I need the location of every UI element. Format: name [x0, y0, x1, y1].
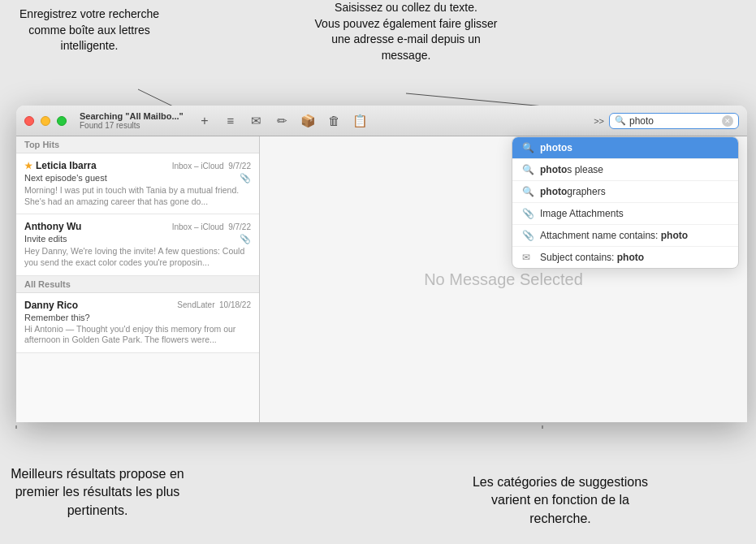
message-list: Top Hits ★ Leticia Ibarra Inbox – iCloud…	[16, 136, 260, 422]
compose-edit-button[interactable]: ✏	[274, 113, 291, 129]
subject-label: Next episode's guest	[24, 173, 107, 183]
maximize-button[interactable]	[57, 116, 67, 126]
search-input[interactable]: photo	[629, 115, 719, 127]
attachment-icon: 📎	[240, 234, 251, 244]
msg-meta: Inbox – iCloud 9/7/22	[172, 222, 251, 231]
main-content: Top Hits ★ Leticia Ibarra Inbox – iCloud…	[16, 136, 747, 422]
window-subtitle: Found 17 results	[80, 121, 184, 130]
sender-name: Danny Rico	[24, 300, 78, 311]
window-title-block: Searching "All Mailbo..." Found 17 resul…	[80, 111, 184, 130]
msg-preview: Hey Danny, We're loving the invite! A fe…	[24, 246, 251, 268]
sender-name: Anthony Wu	[24, 221, 81, 232]
close-button[interactable]	[24, 116, 34, 126]
no-message-label: No Message Selected	[424, 270, 583, 289]
toolbar: + ≡ ✉ ✏ 📦 🗑 📋	[197, 113, 369, 129]
window-title: Searching "All Mailbo..."	[80, 111, 184, 121]
add-mailbox-button[interactable]: +	[197, 113, 213, 129]
annotation-bottom-left: Meilleurs résultats propose en premier l…	[8, 465, 187, 520]
msg-preview: Hi Antonio — Thought you'd enjoy this me…	[24, 324, 251, 346]
compose-button[interactable]: ✉	[248, 113, 265, 129]
subject-label: Remember this?	[24, 313, 90, 322]
date-label: 10/18/22	[219, 300, 251, 309]
clear-search-button[interactable]: ✕	[722, 115, 733, 127]
message-item[interactable]: ★ Leticia Ibarra Inbox – iCloud 9/7/22 N…	[16, 153, 259, 214]
autocomplete-item-photos[interactable]: 🔍 photos	[512, 137, 738, 159]
search-area: >> 🔍 photo ✕	[594, 113, 739, 129]
autocomplete-item-photographers[interactable]: 🔍 photographers	[512, 181, 738, 203]
minimize-button[interactable]	[41, 116, 50, 126]
annotation-bottom-right: Les catégories de suggestions varient en…	[471, 473, 650, 528]
search-box[interactable]: 🔍 photo ✕	[609, 113, 739, 129]
note-button[interactable]: ≡	[222, 113, 239, 129]
autocomplete-item-image-attachments[interactable]: 📎 Image Attachments	[512, 203, 738, 225]
trash-button[interactable]: 🗑	[326, 113, 343, 129]
autocomplete-item-attachment-name[interactable]: 📎 Attachment name contains: photo	[512, 225, 738, 247]
mailbox-label: SendLater	[177, 300, 214, 309]
date-label: 9/7/22	[228, 222, 251, 231]
section-top-hits: Top Hits	[16, 136, 259, 153]
attachment-icon: 📎	[522, 208, 534, 219]
date-label: 9/7/22	[228, 162, 251, 171]
search-icon: 🔍	[522, 142, 534, 153]
mail-window: Searching "All Mailbo..." Found 17 resul…	[16, 106, 747, 422]
subject-label: Invite edits	[24, 234, 67, 244]
msg-meta: SendLater 10/18/22	[177, 300, 251, 309]
section-all-results: All Results	[16, 276, 259, 293]
attachment-icon: 📎	[522, 230, 534, 241]
mail-icon: ✉	[522, 252, 534, 263]
move-button[interactable]: 📋	[352, 113, 369, 129]
message-item[interactable]: Anthony Wu Inbox – iCloud 9/7/22 Invite …	[16, 214, 259, 275]
msg-preview: Morning! I was put in touch with Tania b…	[24, 185, 251, 207]
autocomplete-item-subject-contains[interactable]: ✉ Subject contains: photo	[512, 247, 738, 268]
message-item[interactable]: Danny Rico SendLater 10/18/22 Remember t…	[16, 293, 259, 353]
annotation-top-left: Enregistrez votre recherche comme boîte …	[8, 6, 171, 54]
search-icon: 🔍	[522, 164, 534, 175]
chevrons-icon: >>	[594, 116, 604, 126]
search-icon: 🔍	[522, 186, 534, 197]
autocomplete-item-photos-please[interactable]: 🔍 photos please	[512, 159, 738, 181]
message-viewer: No Message Selected 🔍 photos 🔍 photos pl…	[260, 136, 747, 422]
archive-button[interactable]: 📦	[300, 113, 317, 129]
autocomplete-dropdown: 🔍 photos 🔍 photos please 🔍 photographers…	[512, 136, 739, 269]
search-icon: 🔍	[615, 115, 626, 126]
title-bar: Searching "All Mailbo..." Found 17 resul…	[16, 106, 747, 136]
msg-meta: Inbox – iCloud 9/7/22	[172, 162, 251, 171]
mailbox-label: Inbox – iCloud	[172, 162, 224, 171]
attachment-icon: 📎	[240, 173, 251, 183]
annotation-top-right: Saisissez ou collez du texte. Vous pouve…	[309, 0, 503, 63]
star-icon: ★	[24, 161, 32, 171]
mailbox-label: Inbox – iCloud	[172, 222, 224, 231]
sender-name: Leticia Ibarra	[36, 160, 97, 171]
